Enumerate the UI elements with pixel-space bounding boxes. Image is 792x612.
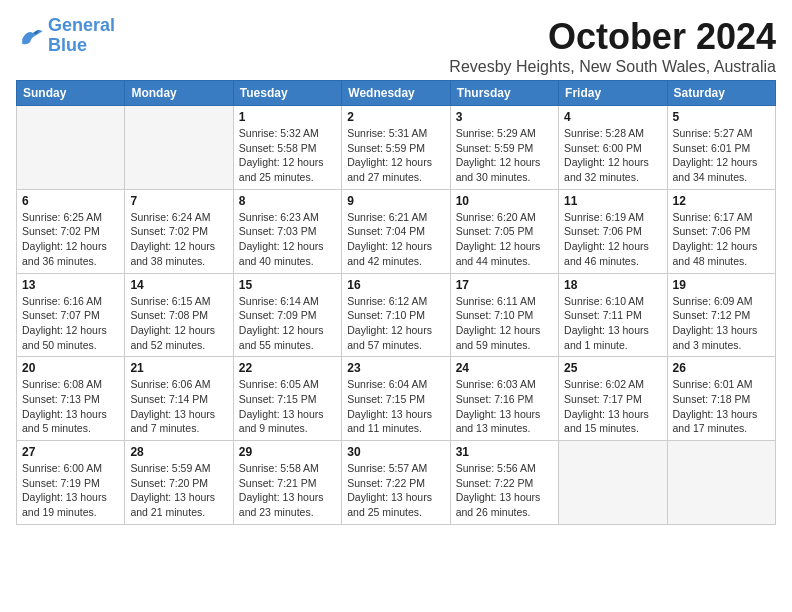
- calendar-cell: 18Sunrise: 6:10 AM Sunset: 7:11 PM Dayli…: [559, 273, 667, 357]
- calendar-week-row: 27Sunrise: 6:00 AM Sunset: 7:19 PM Dayli…: [17, 441, 776, 525]
- location-subtitle: Revesby Heights, New South Wales, Austra…: [449, 58, 776, 76]
- calendar-cell: 25Sunrise: 6:02 AM Sunset: 7:17 PM Dayli…: [559, 357, 667, 441]
- day-number: 18: [564, 278, 661, 292]
- logo-text: General Blue: [48, 16, 115, 56]
- calendar-cell: 5Sunrise: 5:27 AM Sunset: 6:01 PM Daylig…: [667, 106, 775, 190]
- calendar-cell: 24Sunrise: 6:03 AM Sunset: 7:16 PM Dayli…: [450, 357, 558, 441]
- calendar-cell: 10Sunrise: 6:20 AM Sunset: 7:05 PM Dayli…: [450, 189, 558, 273]
- day-number: 15: [239, 278, 336, 292]
- day-number: 20: [22, 361, 119, 375]
- calendar-day-header: Tuesday: [233, 81, 341, 106]
- day-number: 1: [239, 110, 336, 124]
- day-info: Sunrise: 6:12 AM Sunset: 7:10 PM Dayligh…: [347, 294, 444, 353]
- calendar-table: SundayMondayTuesdayWednesdayThursdayFrid…: [16, 80, 776, 525]
- day-number: 27: [22, 445, 119, 459]
- calendar-cell: 27Sunrise: 6:00 AM Sunset: 7:19 PM Dayli…: [17, 441, 125, 525]
- calendar-week-row: 6Sunrise: 6:25 AM Sunset: 7:02 PM Daylig…: [17, 189, 776, 273]
- day-info: Sunrise: 6:16 AM Sunset: 7:07 PM Dayligh…: [22, 294, 119, 353]
- day-info: Sunrise: 6:01 AM Sunset: 7:18 PM Dayligh…: [673, 377, 770, 436]
- day-info: Sunrise: 6:14 AM Sunset: 7:09 PM Dayligh…: [239, 294, 336, 353]
- calendar-day-header: Sunday: [17, 81, 125, 106]
- calendar-cell: [667, 441, 775, 525]
- day-info: Sunrise: 6:05 AM Sunset: 7:15 PM Dayligh…: [239, 377, 336, 436]
- day-number: 31: [456, 445, 553, 459]
- calendar-week-row: 20Sunrise: 6:08 AM Sunset: 7:13 PM Dayli…: [17, 357, 776, 441]
- day-number: 24: [456, 361, 553, 375]
- day-info: Sunrise: 6:11 AM Sunset: 7:10 PM Dayligh…: [456, 294, 553, 353]
- day-info: Sunrise: 5:58 AM Sunset: 7:21 PM Dayligh…: [239, 461, 336, 520]
- day-number: 14: [130, 278, 227, 292]
- calendar-header-row: SundayMondayTuesdayWednesdayThursdayFrid…: [17, 81, 776, 106]
- day-info: Sunrise: 6:04 AM Sunset: 7:15 PM Dayligh…: [347, 377, 444, 436]
- calendar-cell: 31Sunrise: 5:56 AM Sunset: 7:22 PM Dayli…: [450, 441, 558, 525]
- calendar-cell: 14Sunrise: 6:15 AM Sunset: 7:08 PM Dayli…: [125, 273, 233, 357]
- day-info: Sunrise: 6:17 AM Sunset: 7:06 PM Dayligh…: [673, 210, 770, 269]
- calendar-cell: 23Sunrise: 6:04 AM Sunset: 7:15 PM Dayli…: [342, 357, 450, 441]
- day-info: Sunrise: 6:09 AM Sunset: 7:12 PM Dayligh…: [673, 294, 770, 353]
- calendar-cell: 21Sunrise: 6:06 AM Sunset: 7:14 PM Dayli…: [125, 357, 233, 441]
- calendar-day-header: Wednesday: [342, 81, 450, 106]
- day-info: Sunrise: 5:27 AM Sunset: 6:01 PM Dayligh…: [673, 126, 770, 185]
- day-number: 30: [347, 445, 444, 459]
- month-title: October 2024: [449, 16, 776, 58]
- day-number: 2: [347, 110, 444, 124]
- day-info: Sunrise: 6:21 AM Sunset: 7:04 PM Dayligh…: [347, 210, 444, 269]
- day-number: 10: [456, 194, 553, 208]
- day-number: 11: [564, 194, 661, 208]
- day-number: 29: [239, 445, 336, 459]
- calendar-cell: [559, 441, 667, 525]
- calendar-cell: 2Sunrise: 5:31 AM Sunset: 5:59 PM Daylig…: [342, 106, 450, 190]
- calendar-cell: 26Sunrise: 6:01 AM Sunset: 7:18 PM Dayli…: [667, 357, 775, 441]
- calendar-cell: 6Sunrise: 6:25 AM Sunset: 7:02 PM Daylig…: [17, 189, 125, 273]
- day-info: Sunrise: 5:57 AM Sunset: 7:22 PM Dayligh…: [347, 461, 444, 520]
- day-info: Sunrise: 6:19 AM Sunset: 7:06 PM Dayligh…: [564, 210, 661, 269]
- calendar-cell: 29Sunrise: 5:58 AM Sunset: 7:21 PM Dayli…: [233, 441, 341, 525]
- day-info: Sunrise: 6:23 AM Sunset: 7:03 PM Dayligh…: [239, 210, 336, 269]
- calendar-cell: 15Sunrise: 6:14 AM Sunset: 7:09 PM Dayli…: [233, 273, 341, 357]
- day-info: Sunrise: 6:06 AM Sunset: 7:14 PM Dayligh…: [130, 377, 227, 436]
- day-info: Sunrise: 6:20 AM Sunset: 7:05 PM Dayligh…: [456, 210, 553, 269]
- calendar-cell: 17Sunrise: 6:11 AM Sunset: 7:10 PM Dayli…: [450, 273, 558, 357]
- day-number: 3: [456, 110, 553, 124]
- calendar-cell: 22Sunrise: 6:05 AM Sunset: 7:15 PM Dayli…: [233, 357, 341, 441]
- day-number: 7: [130, 194, 227, 208]
- day-number: 25: [564, 361, 661, 375]
- calendar-cell: 1Sunrise: 5:32 AM Sunset: 5:58 PM Daylig…: [233, 106, 341, 190]
- calendar-cell: [125, 106, 233, 190]
- day-number: 13: [22, 278, 119, 292]
- logo-icon: [16, 22, 44, 50]
- day-info: Sunrise: 5:28 AM Sunset: 6:00 PM Dayligh…: [564, 126, 661, 185]
- day-number: 22: [239, 361, 336, 375]
- day-number: 8: [239, 194, 336, 208]
- day-info: Sunrise: 6:08 AM Sunset: 7:13 PM Dayligh…: [22, 377, 119, 436]
- day-info: Sunrise: 6:00 AM Sunset: 7:19 PM Dayligh…: [22, 461, 119, 520]
- calendar-day-header: Friday: [559, 81, 667, 106]
- day-number: 21: [130, 361, 227, 375]
- day-number: 12: [673, 194, 770, 208]
- day-info: Sunrise: 6:02 AM Sunset: 7:17 PM Dayligh…: [564, 377, 661, 436]
- day-number: 6: [22, 194, 119, 208]
- calendar-cell: 20Sunrise: 6:08 AM Sunset: 7:13 PM Dayli…: [17, 357, 125, 441]
- calendar-day-header: Saturday: [667, 81, 775, 106]
- day-info: Sunrise: 6:25 AM Sunset: 7:02 PM Dayligh…: [22, 210, 119, 269]
- day-number: 4: [564, 110, 661, 124]
- day-info: Sunrise: 6:24 AM Sunset: 7:02 PM Dayligh…: [130, 210, 227, 269]
- day-number: 16: [347, 278, 444, 292]
- calendar-cell: 7Sunrise: 6:24 AM Sunset: 7:02 PM Daylig…: [125, 189, 233, 273]
- title-block: October 2024 Revesby Heights, New South …: [449, 16, 776, 76]
- calendar-cell: 16Sunrise: 6:12 AM Sunset: 7:10 PM Dayli…: [342, 273, 450, 357]
- day-number: 19: [673, 278, 770, 292]
- calendar-cell: 3Sunrise: 5:29 AM Sunset: 5:59 PM Daylig…: [450, 106, 558, 190]
- day-number: 28: [130, 445, 227, 459]
- calendar-day-header: Monday: [125, 81, 233, 106]
- calendar-cell: [17, 106, 125, 190]
- day-info: Sunrise: 5:32 AM Sunset: 5:58 PM Dayligh…: [239, 126, 336, 185]
- calendar-cell: 12Sunrise: 6:17 AM Sunset: 7:06 PM Dayli…: [667, 189, 775, 273]
- calendar-week-row: 1Sunrise: 5:32 AM Sunset: 5:58 PM Daylig…: [17, 106, 776, 190]
- calendar-cell: 11Sunrise: 6:19 AM Sunset: 7:06 PM Dayli…: [559, 189, 667, 273]
- logo: General Blue: [16, 16, 115, 56]
- calendar-cell: 8Sunrise: 6:23 AM Sunset: 7:03 PM Daylig…: [233, 189, 341, 273]
- day-info: Sunrise: 5:29 AM Sunset: 5:59 PM Dayligh…: [456, 126, 553, 185]
- day-info: Sunrise: 6:03 AM Sunset: 7:16 PM Dayligh…: [456, 377, 553, 436]
- day-number: 17: [456, 278, 553, 292]
